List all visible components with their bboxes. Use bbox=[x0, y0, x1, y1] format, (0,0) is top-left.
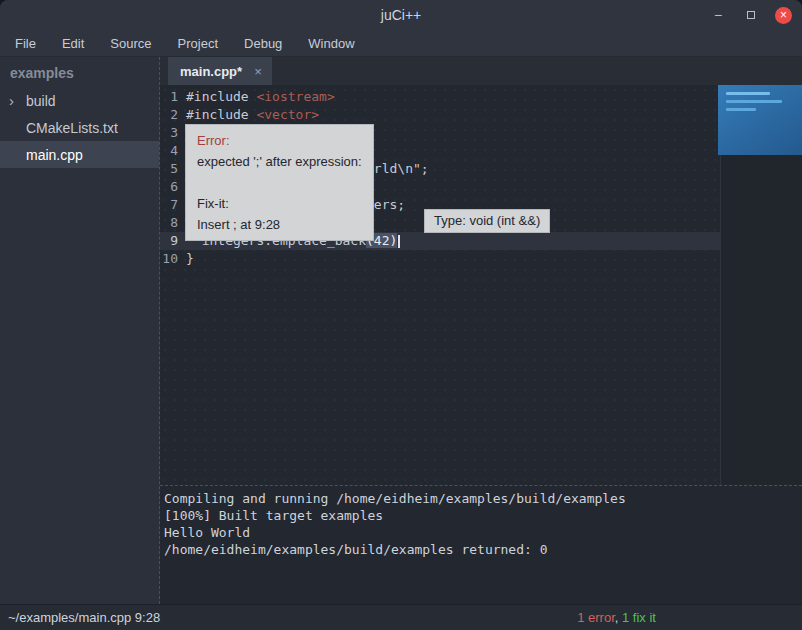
terminal-line: /home/eidheim/examples/build/examples re… bbox=[164, 541, 802, 558]
line-number: 4 bbox=[160, 142, 186, 160]
tree-item-cmakelists.txt[interactable]: CMakeLists.txt bbox=[0, 114, 159, 141]
tab-main-cpp[interactable]: main.cpp* × bbox=[168, 57, 272, 85]
close-icon: × bbox=[780, 7, 787, 24]
line-number: 3 bbox=[160, 124, 186, 142]
menu-window[interactable]: Window bbox=[295, 32, 367, 55]
line-number: 6 bbox=[160, 178, 186, 196]
menu-debug[interactable]: Debug bbox=[231, 32, 295, 55]
overlay-line bbox=[726, 108, 756, 111]
menu-file[interactable]: File bbox=[2, 32, 49, 55]
code-editor[interactable]: 1#include <iostream>2#include <vector>34… bbox=[160, 85, 802, 485]
code-line-text: #include <iostream> bbox=[186, 88, 335, 106]
status-bar: ~/examples/main.cpp 9:28 1 error, 1 fix … bbox=[0, 604, 802, 630]
line-number: 7 bbox=[160, 196, 186, 214]
sidebar: examples ›buildCMakeLists.txtmain.cpp bbox=[0, 57, 160, 604]
menu-project[interactable]: Project bbox=[165, 32, 231, 55]
tree-item-main.cpp[interactable]: main.cpp bbox=[0, 141, 159, 168]
project-header: examples bbox=[0, 57, 159, 87]
line-number: 10 bbox=[160, 250, 186, 268]
blue-overlay-panel bbox=[718, 85, 802, 155]
tooltip-gap bbox=[197, 172, 362, 193]
status-separator: , bbox=[615, 610, 622, 625]
main-content: examples ›buildCMakeLists.txtmain.cpp ma… bbox=[0, 57, 802, 604]
tree-item-label: CMakeLists.txt bbox=[26, 120, 118, 136]
window-controls: − × bbox=[709, 0, 792, 30]
status-error-count: 1 error bbox=[577, 610, 615, 625]
tab-bar: main.cpp* × bbox=[160, 57, 802, 85]
status-diagnostics: 1 error, 1 fix it bbox=[577, 610, 656, 625]
maximize-button[interactable] bbox=[742, 6, 760, 24]
close-button[interactable]: × bbox=[775, 7, 792, 24]
chevron-right-icon: › bbox=[9, 94, 19, 108]
status-file-position: ~/examples/main.cpp 9:28 bbox=[8, 610, 160, 625]
code-line-2: 2#include <vector> bbox=[160, 106, 802, 124]
tree-item-label: main.cpp bbox=[26, 147, 83, 163]
type-tooltip: Type: void (int &&) bbox=[424, 209, 550, 233]
fixit-title: Fix-it: bbox=[197, 193, 362, 214]
line-number: 9 bbox=[160, 232, 186, 250]
terminal-line: Hello World bbox=[164, 524, 802, 541]
diagnostic-tooltip: Error: expected ';' after expression: Fi… bbox=[185, 124, 374, 241]
error-message: expected ';' after expression: bbox=[197, 151, 362, 172]
line-number: 5 bbox=[160, 160, 186, 178]
window-title: juCi++ bbox=[0, 7, 802, 23]
tab-close-icon[interactable]: × bbox=[254, 64, 262, 79]
terminal-line: [100%] Built target examples bbox=[164, 507, 802, 524]
minimize-button[interactable]: − bbox=[709, 6, 727, 24]
minimize-icon: − bbox=[714, 7, 722, 23]
file-tree: ›buildCMakeLists.txtmain.cpp bbox=[0, 87, 159, 168]
code-line-text: #include <vector> bbox=[186, 106, 319, 124]
overlay-line bbox=[726, 92, 770, 95]
juci-window: juCi++ − × FileEditSourceProjectDebugWin… bbox=[0, 0, 802, 630]
menu-edit[interactable]: Edit bbox=[49, 32, 97, 55]
menu-bar: FileEditSourceProjectDebugWindow bbox=[0, 30, 802, 57]
code-line-1: 1#include <iostream> bbox=[160, 88, 802, 106]
fixit-message: Insert ; at 9:28 bbox=[197, 214, 362, 235]
tree-item-build[interactable]: ›build bbox=[0, 87, 159, 114]
tab-label: main.cpp* bbox=[180, 64, 242, 79]
editor-column: main.cpp* × 1#include <iostream>2#includ… bbox=[160, 57, 802, 604]
terminal-output[interactable]: Compiling and running /home/eidheim/exam… bbox=[160, 485, 802, 604]
terminal-line: Compiling and running /home/eidheim/exam… bbox=[164, 490, 802, 507]
menu-source[interactable]: Source bbox=[97, 32, 164, 55]
code-line-text: } bbox=[186, 250, 194, 268]
code-line-10: 10} bbox=[160, 250, 802, 268]
title-bar: juCi++ − × bbox=[0, 0, 802, 30]
line-number: 2 bbox=[160, 106, 186, 124]
line-number: 1 bbox=[160, 88, 186, 106]
overlay-line bbox=[726, 100, 782, 103]
status-fixit-count: 1 fix it bbox=[622, 610, 656, 625]
error-title: Error: bbox=[197, 130, 362, 151]
tree-item-label: build bbox=[26, 93, 56, 109]
line-number: 8 bbox=[160, 214, 186, 232]
text-cursor bbox=[398, 235, 400, 248]
maximize-icon bbox=[747, 11, 755, 19]
